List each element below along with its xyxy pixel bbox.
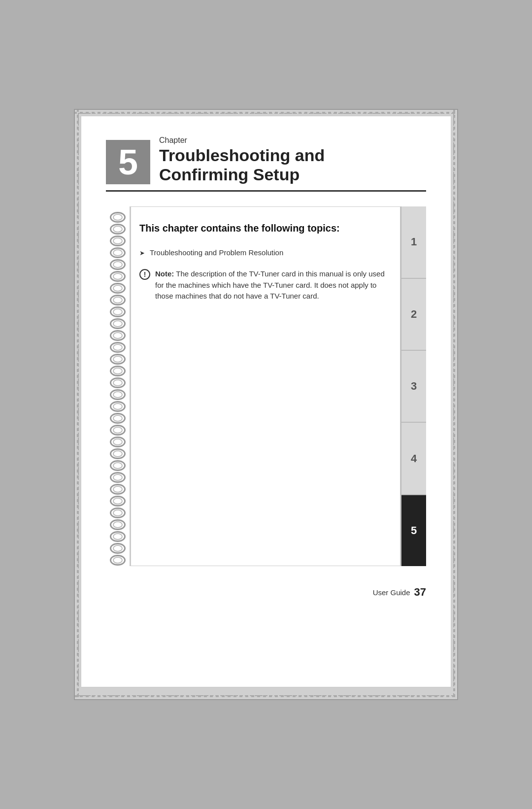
spiral-coil bbox=[110, 472, 126, 483]
notebook-pages: This chapter contains the following topi… bbox=[130, 206, 400, 566]
tab-label-3: 3 bbox=[411, 380, 417, 393]
notebook-left-border bbox=[130, 207, 131, 566]
spiral-coil bbox=[110, 271, 126, 282]
spiral-coil bbox=[110, 354, 126, 365]
footer-page-number: 37 bbox=[414, 586, 426, 599]
note-label: Note: bbox=[155, 270, 174, 278]
spiral-coil bbox=[110, 330, 126, 341]
spiral-coil bbox=[110, 318, 126, 329]
chapter-title: Troubleshooting and Confirming Setup bbox=[159, 146, 325, 184]
tab-item-5[interactable]: 5 bbox=[401, 495, 426, 566]
tab-label-1: 1 bbox=[411, 236, 417, 248]
page-outer: 5 Chapter Troubleshooting and Confirming… bbox=[74, 109, 458, 700]
chapter-title-line1: Troubleshooting and bbox=[159, 146, 325, 165]
spiral-coil bbox=[110, 425, 126, 436]
chapter-title-line2: Confirming Setup bbox=[159, 165, 299, 184]
spiral-coil bbox=[110, 484, 126, 495]
chapter-title-group: Chapter Troubleshooting and Confirming S… bbox=[159, 136, 325, 184]
note-block: ! Note: The description of the TV-Tuner … bbox=[139, 269, 385, 302]
spiral-coil bbox=[110, 401, 126, 412]
list-item: Troubleshooting and Problem Resolution bbox=[139, 248, 385, 257]
tab-label-5: 5 bbox=[411, 524, 417, 537]
tab-label-2: 2 bbox=[411, 308, 417, 321]
spiral-coil bbox=[110, 389, 126, 400]
spiral-binding bbox=[106, 206, 130, 566]
spiral-coil bbox=[110, 413, 126, 424]
page-footer: User Guide 37 bbox=[106, 581, 426, 599]
spiral-coil bbox=[110, 306, 126, 317]
note-body: The description of the TV-Tuner card in … bbox=[155, 270, 385, 300]
spiral-coil bbox=[110, 224, 126, 235]
page-inner: 5 Chapter Troubleshooting and Confirming… bbox=[81, 116, 451, 687]
spiral-coil bbox=[110, 496, 126, 506]
spiral-coil bbox=[110, 377, 126, 388]
spiral-coil bbox=[110, 437, 126, 447]
spiral-coil bbox=[110, 212, 126, 223]
spiral-coil bbox=[110, 507, 126, 518]
spiral-coil bbox=[110, 366, 126, 376]
tab-item-4[interactable]: 4 bbox=[401, 423, 426, 495]
spiral-coil bbox=[110, 259, 126, 270]
spiral-coil bbox=[110, 236, 126, 246]
topic-list: Troubleshooting and Problem Resolution bbox=[139, 248, 385, 257]
spiral-coil bbox=[110, 448, 126, 459]
topic-text: Troubleshooting and Problem Resolution bbox=[150, 248, 283, 257]
spiral-coil bbox=[110, 460, 126, 471]
note-icon: ! bbox=[139, 269, 150, 280]
notebook-container: This chapter contains the following topi… bbox=[106, 206, 426, 566]
chapter-label: Chapter bbox=[159, 136, 325, 145]
footer-label: User Guide bbox=[373, 588, 410, 597]
spiral-coil bbox=[110, 283, 126, 294]
spiral-coil bbox=[110, 555, 126, 566]
spiral-coil bbox=[110, 531, 126, 542]
spiral-coil bbox=[110, 543, 126, 554]
chapter-header: 5 Chapter Troubleshooting and Confirming… bbox=[106, 136, 426, 184]
spiral-coil bbox=[110, 295, 126, 305]
tab-navigation: 1 2 3 4 5 bbox=[400, 206, 426, 566]
notebook-left-page: This chapter contains the following topi… bbox=[130, 207, 400, 566]
note-text: Note: The description of the TV-Tuner ca… bbox=[155, 269, 385, 302]
spiral-coil bbox=[110, 247, 126, 258]
header-divider bbox=[106, 190, 426, 192]
spiral-coil bbox=[110, 342, 126, 353]
notebook-section-title: This chapter contains the following topi… bbox=[139, 222, 385, 235]
tab-item-1[interactable]: 1 bbox=[401, 206, 426, 278]
tab-item-2[interactable]: 2 bbox=[401, 279, 426, 351]
tab-item-3[interactable]: 3 bbox=[401, 351, 426, 423]
spiral-coil bbox=[110, 519, 126, 530]
chapter-number: 5 bbox=[106, 140, 150, 184]
tab-label-4: 4 bbox=[411, 452, 417, 465]
